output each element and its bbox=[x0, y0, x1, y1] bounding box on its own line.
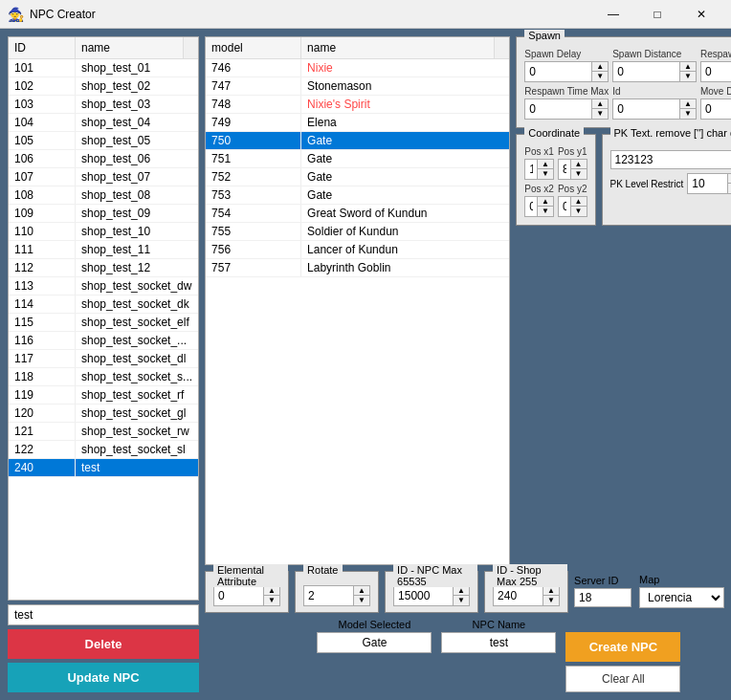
table-row[interactable]: 117 shop_test_socket_dl bbox=[9, 350, 198, 368]
map-select[interactable]: LorenciaNoriaDeviasDungeonLost TowerAtla… bbox=[639, 587, 724, 608]
respawn-time-spinner[interactable]: ▲ ▼ bbox=[700, 61, 731, 82]
posy1-down[interactable]: ▼ bbox=[571, 169, 587, 179]
model-table-scroll[interactable]: 746 Nixie 747 Stonemason 748 Nixie's Spi… bbox=[206, 59, 509, 564]
spawn-delay-spinner[interactable]: ▲ ▼ bbox=[524, 61, 609, 82]
respawn-time-input[interactable] bbox=[701, 62, 731, 81]
posy2-up[interactable]: ▲ bbox=[571, 197, 587, 207]
elemental-input[interactable] bbox=[214, 586, 263, 605]
table-row[interactable]: 106 shop_test_06 bbox=[9, 150, 198, 168]
model-table-row[interactable]: 753 Gate bbox=[206, 186, 509, 205]
table-row[interactable]: 116 shop_test_socket_... bbox=[9, 332, 198, 350]
model-table-row[interactable]: 757 Labyrinth Goblin bbox=[206, 259, 509, 277]
minimize-button[interactable]: — bbox=[591, 0, 635, 29]
max-id-spinner[interactable]: ▲ ▼ bbox=[612, 98, 697, 120]
respawn-time-max-down[interactable]: ▼ bbox=[592, 109, 608, 119]
table-row[interactable]: 109 shop_test_09 bbox=[9, 205, 198, 223]
table-row[interactable]: 103 shop_test_03 bbox=[9, 96, 198, 114]
id-npc-up[interactable]: ▲ bbox=[454, 586, 469, 596]
posx2-spinner[interactable]: ▲ ▼ bbox=[524, 196, 554, 217]
model-table-row[interactable]: 748 Nixie's Spirit bbox=[206, 96, 509, 114]
table-row[interactable]: 122 shop_test_socket_sl bbox=[9, 441, 198, 459]
table-row[interactable]: 108 shop_test_08 bbox=[9, 186, 198, 205]
id-shop-spinner[interactable]: ▲ ▼ bbox=[493, 585, 560, 606]
posx1-spinner[interactable]: ▲ ▼ bbox=[524, 159, 554, 180]
elemental-up[interactable]: ▲ bbox=[264, 586, 279, 596]
close-button[interactable]: ✕ bbox=[679, 0, 723, 29]
elemental-down[interactable]: ▼ bbox=[264, 596, 279, 605]
table-row[interactable]: 102 shop_test_02 bbox=[9, 77, 198, 96]
max-id-down[interactable]: ▼ bbox=[680, 109, 696, 119]
id-npc-spinner[interactable]: ▲ ▼ bbox=[393, 585, 470, 606]
move-distance-input[interactable] bbox=[701, 99, 731, 119]
posy1-input[interactable] bbox=[559, 160, 570, 179]
posy1-up[interactable]: ▲ bbox=[571, 160, 587, 169]
max-id-input[interactable] bbox=[613, 99, 679, 119]
table-row[interactable]: 114 shop_test_socket_dk bbox=[9, 295, 198, 314]
spawn-distance-spinner[interactable]: ▲ ▼ bbox=[612, 61, 697, 82]
table-row[interactable]: 120 shop_test_socket_gl bbox=[9, 405, 198, 423]
id-shop-input[interactable] bbox=[494, 586, 543, 605]
model-table-row[interactable]: 752 Gate bbox=[206, 168, 509, 186]
spawn-delay-input[interactable] bbox=[525, 62, 591, 81]
table-row[interactable]: 110 shop_test_10 bbox=[9, 223, 198, 241]
spawn-distance-up[interactable]: ▲ bbox=[680, 62, 696, 72]
table-row[interactable]: 118 shop_test_socket_s... bbox=[9, 368, 198, 386]
table-row[interactable]: 113 shop_test_socket_dw bbox=[9, 277, 198, 295]
server-id-input[interactable] bbox=[574, 588, 631, 607]
pk-level-spinner[interactable]: ▲ ▼ bbox=[687, 173, 731, 194]
respawn-time-max-input[interactable] bbox=[525, 99, 591, 119]
rotate-up[interactable]: ▲ bbox=[354, 586, 369, 596]
npc-table-scroll[interactable]: 101 shop_test_01 102 shop_test_02 103 sh… bbox=[9, 59, 198, 600]
id-shop-up[interactable]: ▲ bbox=[543, 586, 559, 596]
table-row[interactable]: 115 shop_test_socket_elf bbox=[9, 314, 198, 332]
posx2-up[interactable]: ▲ bbox=[538, 197, 553, 207]
posx1-up[interactable]: ▲ bbox=[538, 160, 553, 169]
create-npc-button[interactable]: Create NPC bbox=[565, 632, 680, 662]
posx1-down[interactable]: ▼ bbox=[538, 169, 553, 179]
respawn-time-max-spinner[interactable]: ▲ ▼ bbox=[524, 98, 609, 120]
rotate-spinner[interactable]: ▲ ▼ bbox=[303, 585, 370, 606]
posy2-down[interactable]: ▼ bbox=[571, 207, 587, 216]
search-input[interactable] bbox=[8, 604, 199, 625]
posy2-spinner[interactable]: ▲ ▼ bbox=[558, 196, 587, 217]
move-distance-spinner[interactable]: ▲ ▼ bbox=[700, 98, 731, 120]
table-row[interactable]: 240 test bbox=[9, 459, 198, 477]
model-table-row[interactable]: 756 Lancer of Kundun bbox=[206, 241, 509, 259]
posx2-input[interactable] bbox=[525, 197, 537, 216]
posx2-down[interactable]: ▼ bbox=[538, 207, 553, 216]
table-row[interactable]: 104 shop_test_04 bbox=[9, 114, 198, 132]
spawn-distance-input[interactable] bbox=[613, 62, 679, 81]
posy2-input[interactable] bbox=[559, 197, 570, 216]
table-row[interactable]: 121 shop_test_socket_rw bbox=[9, 423, 198, 441]
model-table-row[interactable]: 746 Nixie bbox=[206, 59, 509, 77]
table-row[interactable]: 107 shop_test_07 bbox=[9, 168, 198, 186]
npc-name-input[interactable] bbox=[441, 632, 556, 653]
model-table-row[interactable]: 750 Gate bbox=[206, 132, 509, 150]
model-table-row[interactable]: 749 Elena bbox=[206, 114, 509, 132]
spawn-delay-up[interactable]: ▲ bbox=[592, 62, 608, 72]
spawn-distance-down[interactable]: ▼ bbox=[680, 72, 696, 81]
rotate-down[interactable]: ▼ bbox=[354, 596, 369, 605]
pk-text-input[interactable] bbox=[610, 150, 732, 169]
maximize-button[interactable]: □ bbox=[635, 0, 679, 29]
table-row[interactable]: 101 shop_test_01 bbox=[9, 59, 198, 77]
clear-all-button[interactable]: Clear All bbox=[565, 666, 680, 692]
posx1-input[interactable] bbox=[525, 160, 537, 179]
elemental-spinner[interactable]: ▲ ▼ bbox=[213, 585, 280, 606]
table-row[interactable]: 112 shop_test_12 bbox=[9, 259, 198, 277]
model-table-row[interactable]: 747 Stonemason bbox=[206, 77, 509, 96]
update-npc-button[interactable]: Update NPC bbox=[8, 663, 199, 692]
posy1-spinner[interactable]: ▲ ▼ bbox=[558, 159, 587, 180]
id-shop-down[interactable]: ▼ bbox=[543, 596, 559, 605]
pk-level-input[interactable] bbox=[688, 174, 727, 193]
rotate-input[interactable] bbox=[304, 586, 353, 605]
model-table-row[interactable]: 754 Great Sword of Kundun bbox=[206, 205, 509, 223]
table-row[interactable]: 119 shop_test_socket_rf bbox=[9, 386, 198, 405]
table-row[interactable]: 111 shop_test_11 bbox=[9, 241, 198, 259]
spawn-delay-down[interactable]: ▼ bbox=[592, 72, 608, 81]
id-npc-down[interactable]: ▼ bbox=[454, 596, 469, 605]
model-table-row[interactable]: 751 Gate bbox=[206, 150, 509, 168]
model-table-row[interactable]: 755 Soldier of Kundun bbox=[206, 223, 509, 241]
id-npc-input[interactable] bbox=[394, 586, 453, 605]
model-selected-input[interactable] bbox=[317, 632, 432, 653]
